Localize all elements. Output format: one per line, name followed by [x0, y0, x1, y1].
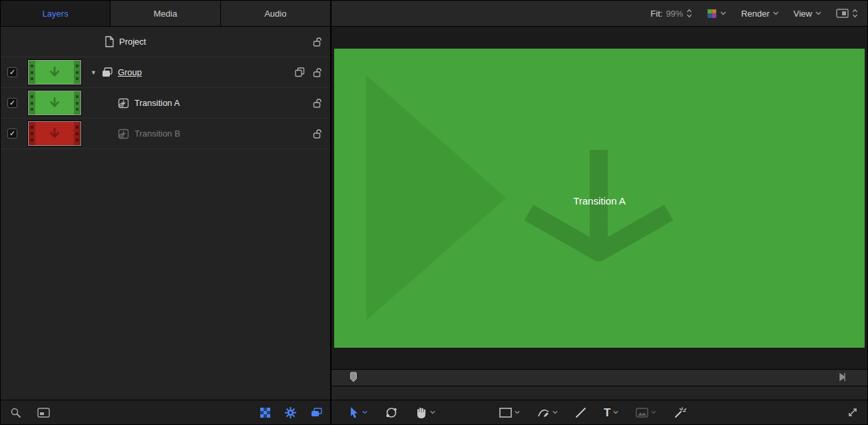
- filmstrip-edge: [29, 122, 35, 145]
- transparency-checkerboard-icon[interactable]: [260, 408, 270, 418]
- chevron-down-icon: [815, 11, 821, 15]
- preview-panel-icon[interactable]: [37, 407, 50, 418]
- chevron-down-icon: [362, 410, 367, 414]
- chevron-down-icon: [773, 11, 779, 15]
- stepper-icon[interactable]: [686, 9, 692, 18]
- layer-row-transition-a[interactable]: ✓ Transition A: [1, 88, 330, 119]
- transition-a-thumbnail[interactable]: [28, 91, 81, 115]
- chevron-down-icon: [720, 11, 726, 15]
- sidebar-tabbar: Layers Media Audio: [1, 1, 330, 27]
- chevron-down-icon: [651, 410, 656, 414]
- filmstrip-edge: [74, 91, 81, 115]
- lock-icon[interactable]: [313, 129, 322, 139]
- view-label: View: [793, 9, 812, 19]
- image-mask-tool[interactable]: [636, 408, 656, 418]
- chevron-down-icon: [430, 410, 435, 414]
- hand-tool[interactable]: [415, 406, 435, 419]
- thumb-arrow-icon: [47, 96, 62, 111]
- fit-label: Fit:: [650, 9, 662, 19]
- tools-toolbar: T: [331, 400, 867, 424]
- project-label: Project: [119, 37, 146, 47]
- flatten-group-icon[interactable]: [295, 67, 305, 77]
- transition-a-label[interactable]: Transition A: [134, 98, 180, 108]
- display-select-control[interactable]: [836, 9, 858, 18]
- project-document-icon: [105, 36, 114, 47]
- chevron-down-icon: [552, 410, 558, 414]
- canvas[interactable]: Transition A: [334, 49, 865, 348]
- transition-clip-icon: [118, 129, 129, 139]
- wipe-triangle-graphic: [366, 75, 506, 320]
- canvas-topbar: Fit: 99% Render Vi: [331, 1, 867, 27]
- tab-media[interactable]: Media: [110, 1, 220, 26]
- motion-window: Layers Media Audio Project ✓ ▼: [0, 0, 868, 425]
- playhead-marker[interactable]: [350, 372, 357, 386]
- layered-panels-icon[interactable]: [311, 408, 322, 418]
- select-arrow-tool[interactable]: [349, 406, 367, 419]
- canvas-viewport: Transition A: [331, 27, 867, 369]
- transition-b-label[interactable]: Transition B: [134, 129, 180, 139]
- mini-timeline[interactable]: [331, 369, 867, 400]
- color-channels-swatch-icon: [707, 9, 717, 19]
- render-menu[interactable]: Render: [741, 9, 779, 19]
- expand-timeline-icon[interactable]: [847, 407, 858, 418]
- tab-media-label: Media: [154, 9, 177, 19]
- thumb-arrow-icon: [47, 65, 62, 80]
- stepper-icon: [852, 9, 858, 18]
- bezier-pen-tool[interactable]: [537, 406, 558, 418]
- rectangle-icon: [499, 408, 512, 418]
- display-icon: [836, 9, 849, 18]
- transition-b-checkbox[interactable]: ✓: [7, 129, 17, 139]
- filmstrip-edge: [29, 91, 35, 115]
- layer-row-transition-b[interactable]: ✓ Transition B: [1, 119, 330, 149]
- filmstrip-edge: [74, 122, 81, 145]
- layer-row-group[interactable]: ✓ ▼ Group: [1, 57, 330, 88]
- line-icon: [575, 407, 586, 418]
- lock-icon[interactable]: [313, 98, 322, 109]
- tab-layers-label: Layers: [43, 9, 69, 19]
- tab-audio[interactable]: Audio: [221, 1, 330, 26]
- layer-row-project[interactable]: Project: [1, 27, 330, 57]
- tab-layers[interactable]: Layers: [1, 1, 110, 26]
- zoom-control[interactable]: Fit: 99%: [650, 9, 692, 19]
- thumb-arrow-icon: [47, 127, 62, 141]
- zoom-value: 99%: [666, 9, 683, 19]
- rectangle-shape-tool[interactable]: [499, 408, 520, 418]
- timeline-end-marker: [839, 372, 846, 384]
- line-stroke-tool[interactable]: [575, 407, 586, 418]
- group-label[interactable]: Group: [118, 67, 142, 77]
- magic-wand-tool[interactable]: [674, 406, 686, 418]
- disclosure-triangle-icon[interactable]: ▼: [91, 69, 97, 76]
- magic-wand-icon: [674, 406, 686, 418]
- adjust-item-tool[interactable]: [385, 406, 398, 419]
- search-icon[interactable]: [10, 407, 21, 418]
- sidebar-footer: [1, 400, 330, 424]
- settings-gear-icon[interactable]: [285, 407, 296, 418]
- layers-sidebar: Layers Media Audio Project ✓ ▼: [1, 1, 331, 424]
- chevron-down-icon: [515, 410, 520, 414]
- timeline-strip[interactable]: [331, 370, 867, 386]
- transition-clip-icon: [118, 98, 129, 109]
- lock-icon[interactable]: [313, 37, 322, 47]
- text-tool-icon: T: [604, 407, 610, 418]
- image-mask-icon: [636, 408, 648, 418]
- group-icon: [102, 67, 112, 77]
- timeline-track[interactable]: [331, 386, 867, 400]
- group-checkbox[interactable]: ✓: [7, 67, 17, 77]
- adjust-item-icon: [385, 406, 398, 419]
- view-menu[interactable]: View: [793, 9, 821, 19]
- lock-icon[interactable]: [313, 67, 322, 78]
- canvas-area: Fit: 99% Render Vi: [331, 1, 867, 424]
- text-tool[interactable]: T: [604, 407, 618, 418]
- channels-control[interactable]: [707, 9, 726, 19]
- canvas-transition-label: Transition A: [573, 195, 626, 207]
- filmstrip-edge: [29, 61, 35, 84]
- bezier-pen-icon: [537, 406, 550, 418]
- transition-a-checkbox[interactable]: ✓: [7, 98, 17, 108]
- select-arrow-icon: [349, 406, 359, 419]
- transition-b-thumbnail[interactable]: [28, 121, 81, 146]
- chevron-down-icon: [613, 410, 618, 414]
- tab-audio-label: Audio: [264, 9, 286, 19]
- filmstrip-edge: [74, 61, 81, 84]
- group-thumbnail[interactable]: [28, 60, 81, 85]
- hand-icon: [415, 406, 427, 419]
